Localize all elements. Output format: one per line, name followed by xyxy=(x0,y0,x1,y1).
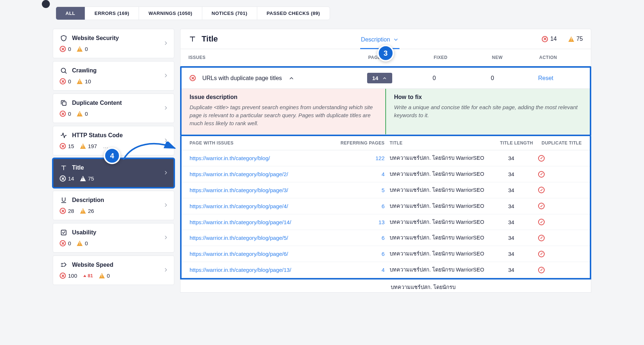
filter-tab[interactable]: ALL xyxy=(56,7,85,20)
warning-icon xyxy=(568,36,574,42)
page-url-link[interactable]: https://warrior.in.th/category/blog/page… xyxy=(190,267,291,273)
title-length: 34 xyxy=(489,235,533,241)
warning-icon xyxy=(80,208,86,214)
error-icon xyxy=(60,240,66,246)
page-url-link[interactable]: https://warrior.in.th/category/blog/page… xyxy=(190,187,288,193)
referring-pages[interactable]: 5 xyxy=(337,187,385,193)
sidebar-item-label: Website Speed xyxy=(72,262,114,268)
filter-tab[interactable]: NOTICES (701) xyxy=(202,7,257,20)
page-url-link[interactable]: https://warrior.in.th/category/blog/page… xyxy=(190,203,288,209)
table-row: https://warrior.in.th/category/blog/page… xyxy=(182,262,590,278)
col-ref: REFERRING PAGES xyxy=(337,140,385,146)
sidebar-item-label: Crawling xyxy=(72,67,97,74)
error-count: 100 xyxy=(60,273,77,279)
chevron-right-icon xyxy=(163,105,169,112)
issue-description-panel: Issue description Duplicate <title> tags… xyxy=(182,89,590,135)
page-url-link[interactable]: https://warrior.in.th/category/blog/page… xyxy=(190,219,291,225)
title-length: 34 xyxy=(489,251,533,257)
filter-tab[interactable]: ERRORS (169) xyxy=(85,7,139,20)
col-fixed: FIXED xyxy=(434,55,492,60)
error-icon xyxy=(60,273,66,279)
filter-tab[interactable]: WARNINGS (1050) xyxy=(139,7,202,20)
page-url-link[interactable]: https://warrior.in.th/category/blog/page… xyxy=(190,235,288,241)
overflow-dot xyxy=(42,0,50,8)
referring-pages[interactable]: 6 xyxy=(337,235,385,241)
col-dup: DUPLICATE TITLE xyxy=(538,140,582,146)
col-page: PAGE WITH ISSUES xyxy=(190,140,332,146)
underline-icon xyxy=(60,196,68,204)
warning-icon xyxy=(77,79,83,84)
title-text: บทความแชร์ปสก. โดยนักรบ WarriorSEO xyxy=(390,250,484,257)
svg-rect-2 xyxy=(61,230,66,235)
type-icon xyxy=(188,35,196,43)
step-badge-4: 4 xyxy=(104,147,120,164)
error-count: 15 xyxy=(60,143,74,149)
desc-heading: Issue description xyxy=(190,94,377,100)
page-url-link[interactable]: https://warrior.in.th/category/blog/page… xyxy=(190,171,288,177)
error-count: 28 xyxy=(60,208,74,214)
title-text: บทความแชร์ปสก. โดยนักรบ WarriorSEO xyxy=(390,187,484,194)
error-icon xyxy=(60,208,66,214)
referring-pages[interactable]: 6 xyxy=(337,251,385,257)
error-count: 0 xyxy=(60,240,71,246)
chevron-right-icon xyxy=(163,267,169,274)
copy-icon xyxy=(60,99,68,107)
error-count: 0 xyxy=(60,111,71,117)
referring-pages[interactable]: 4 xyxy=(337,171,385,177)
referring-pages[interactable]: 122 xyxy=(337,155,385,161)
sidebar-item-website-speed[interactable]: Website Speed100810 xyxy=(53,255,174,285)
referring-pages[interactable]: 6 xyxy=(337,203,385,209)
filter-tab[interactable]: PASSED CHECKS (89) xyxy=(257,7,330,20)
step-badge-3: 3 xyxy=(377,45,394,62)
page-url-link[interactable]: https://warrior.in.th/category/blog/ xyxy=(190,155,270,161)
pages-columns: PAGE WITH ISSUES REFERRING PAGES TITLE T… xyxy=(182,136,590,150)
chevron-up-icon xyxy=(382,76,387,81)
title-text: บทความแชร์ปสก. โดยนักรบ WarriorSEO xyxy=(390,234,484,241)
sidebar-item-website-security[interactable]: Website Security00 xyxy=(53,29,174,58)
sidebar-item-description[interactable]: Description2826 xyxy=(53,191,174,220)
title-text: บทความแชร์ปสก. โดยนักรบ WarriorSEO xyxy=(390,171,484,178)
table-row-peek: บทความแชร์ปสก. โดยนักรบ xyxy=(180,279,591,293)
title-text: บทความแชร์ปสก. โดยนักรบ xyxy=(391,284,485,291)
sidebar-item-crawling[interactable]: Crawling010 xyxy=(53,61,174,91)
error-count: 0 xyxy=(60,78,71,84)
referring-pages[interactable]: 13 xyxy=(337,219,385,225)
title-length: 34 xyxy=(489,267,533,273)
error-icon xyxy=(542,36,548,42)
warning-icon xyxy=(77,241,83,246)
pages-table: PAGE WITH ISSUES REFERRING PAGES TITLE T… xyxy=(180,136,591,279)
warning-count: 26 xyxy=(80,208,94,214)
title-length: 34 xyxy=(489,219,533,225)
page-url-link[interactable]: https://warrior.in.th/category/blog/page… xyxy=(190,251,288,257)
title-text: บทความแชร์ปสก. โดยนักรบ WarriorSEO xyxy=(390,219,484,226)
sidebar-item-duplicate-content[interactable]: Duplicate Content00 xyxy=(53,94,174,123)
chevron-up-icon xyxy=(289,75,294,81)
chevron-right-icon xyxy=(163,202,169,209)
filter-tabs: ALLERRORS (169)WARNINGS (1050)NOTICES (7… xyxy=(56,7,330,20)
col-title: TITLE xyxy=(390,140,484,146)
warning-count: 0 xyxy=(77,111,88,117)
main-title: Title xyxy=(188,34,218,44)
sidebar-item-usability[interactable]: Usability00 xyxy=(53,223,174,253)
duplicate-icon xyxy=(538,187,545,193)
reset-link[interactable]: Reset xyxy=(538,75,553,81)
issue-row[interactable]: URLs with duplicate page titles 14 0 0 R… xyxy=(182,68,590,89)
shield-icon xyxy=(60,34,68,42)
chevron-right-icon xyxy=(163,137,169,144)
duplicate-icon xyxy=(538,155,545,162)
table-row: https://warrior.in.th/category/blog/page… xyxy=(182,198,590,214)
chevron-right-icon xyxy=(163,170,169,177)
pages-pill[interactable]: 14 xyxy=(367,73,392,83)
error-count: 14 xyxy=(60,175,74,182)
error-icon xyxy=(60,111,66,117)
fix-text: Write a unique and concise title for eac… xyxy=(394,103,582,119)
speed-icon xyxy=(60,261,68,269)
table-row: https://warrior.in.th/category/blog/page… xyxy=(182,166,590,182)
search-icon xyxy=(60,67,68,75)
main-panel: Title Description 14 75 ISSUES PAGES FIX… xyxy=(180,29,591,293)
referring-pages[interactable]: 4 xyxy=(337,267,385,273)
chevron-down-icon xyxy=(393,37,399,43)
table-row: https://warrior.in.th/category/blog/page… xyxy=(182,182,590,198)
warning-icon xyxy=(77,111,83,116)
duplicate-icon xyxy=(538,203,545,209)
